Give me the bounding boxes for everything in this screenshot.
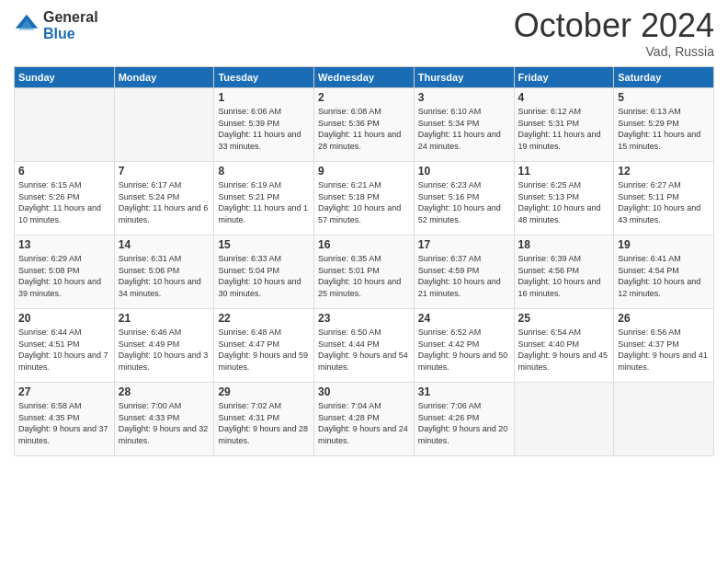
day-number: 16 [318, 238, 410, 251]
calendar-cell: 5Sunrise: 6:13 AM Sunset: 5:29 PM Daylig… [614, 88, 714, 162]
calendar-page: General Blue October 2024 Vad, Russia Su… [0, 0, 728, 563]
day-number: 29 [218, 385, 310, 398]
calendar-cell: 9Sunrise: 6:21 AM Sunset: 5:18 PM Daylig… [314, 162, 415, 236]
location: Vad, Russia [514, 44, 714, 59]
day-info: Sunrise: 6:25 AM Sunset: 5:13 PM Dayligh… [518, 179, 610, 225]
day-info: Sunrise: 6:31 AM Sunset: 5:06 PM Dayligh… [119, 253, 210, 299]
day-number: 3 [418, 91, 510, 104]
day-info: Sunrise: 6:58 AM Sunset: 4:35 PM Dayligh… [18, 400, 110, 446]
day-number: 22 [218, 312, 310, 325]
calendar-cell: 28Sunrise: 7:00 AM Sunset: 4:33 PM Dayli… [114, 383, 214, 456]
calendar-cell: 4Sunrise: 6:12 AM Sunset: 5:31 PM Daylig… [514, 88, 614, 162]
day-number: 9 [318, 165, 410, 178]
day-number: 24 [418, 312, 510, 325]
day-number: 6 [18, 165, 110, 178]
calendar-cell [114, 88, 214, 162]
col-saturday: Saturday [614, 67, 714, 88]
day-info: Sunrise: 6:23 AM Sunset: 5:16 PM Dayligh… [418, 179, 510, 225]
day-number: 5 [618, 91, 710, 104]
day-number: 10 [418, 165, 510, 178]
day-number: 19 [618, 238, 710, 251]
calendar-cell: 27Sunrise: 6:58 AM Sunset: 4:35 PM Dayli… [15, 383, 115, 456]
calendar-cell: 1Sunrise: 6:06 AM Sunset: 5:39 PM Daylig… [214, 88, 314, 162]
day-number: 17 [418, 238, 510, 251]
calendar-cell: 16Sunrise: 6:35 AM Sunset: 5:01 PM Dayli… [314, 236, 415, 309]
day-info: Sunrise: 6:39 AM Sunset: 4:56 PM Dayligh… [518, 253, 610, 299]
col-friday: Friday [514, 67, 614, 88]
calendar-cell: 30Sunrise: 7:04 AM Sunset: 4:28 PM Dayli… [314, 383, 415, 456]
calendar-week-5: 27Sunrise: 6:58 AM Sunset: 4:35 PM Dayli… [15, 383, 714, 456]
col-wednesday: Wednesday [314, 67, 415, 88]
calendar-cell: 21Sunrise: 6:46 AM Sunset: 4:49 PM Dayli… [114, 309, 214, 383]
calendar-cell: 14Sunrise: 6:31 AM Sunset: 5:06 PM Dayli… [114, 236, 214, 309]
calendar-cell: 24Sunrise: 6:52 AM Sunset: 4:42 PM Dayli… [414, 309, 514, 383]
logo: General Blue [14, 9, 98, 41]
day-info: Sunrise: 6:13 AM Sunset: 5:29 PM Dayligh… [618, 106, 710, 152]
calendar-week-3: 13Sunrise: 6:29 AM Sunset: 5:08 PM Dayli… [15, 236, 714, 309]
logo-blue-text: Blue [43, 26, 98, 42]
day-info: Sunrise: 6:44 AM Sunset: 4:51 PM Dayligh… [18, 327, 110, 373]
calendar-cell: 29Sunrise: 7:02 AM Sunset: 4:31 PM Dayli… [214, 383, 314, 456]
day-number: 18 [518, 238, 610, 251]
calendar-week-4: 20Sunrise: 6:44 AM Sunset: 4:51 PM Dayli… [15, 309, 714, 383]
logo-text: General Blue [43, 9, 98, 41]
col-monday: Monday [114, 67, 214, 88]
calendar-cell: 31Sunrise: 7:06 AM Sunset: 4:26 PM Dayli… [414, 383, 514, 456]
day-number: 21 [119, 312, 210, 325]
day-info: Sunrise: 6:41 AM Sunset: 4:54 PM Dayligh… [618, 253, 710, 299]
calendar-cell: 25Sunrise: 6:54 AM Sunset: 4:40 PM Dayli… [514, 309, 614, 383]
calendar-cell: 7Sunrise: 6:17 AM Sunset: 5:24 PM Daylig… [114, 162, 214, 236]
day-number: 30 [318, 385, 410, 398]
day-number: 28 [119, 385, 210, 398]
day-info: Sunrise: 6:52 AM Sunset: 4:42 PM Dayligh… [418, 327, 510, 373]
day-number: 7 [119, 165, 210, 178]
calendar-cell: 22Sunrise: 6:48 AM Sunset: 4:47 PM Dayli… [214, 309, 314, 383]
col-tuesday: Tuesday [214, 67, 314, 88]
calendar-cell: 17Sunrise: 6:37 AM Sunset: 4:59 PM Dayli… [414, 236, 514, 309]
day-info: Sunrise: 6:06 AM Sunset: 5:39 PM Dayligh… [218, 106, 310, 152]
day-number: 8 [218, 165, 310, 178]
calendar-cell: 13Sunrise: 6:29 AM Sunset: 5:08 PM Dayli… [15, 236, 115, 309]
calendar-cell: 6Sunrise: 6:15 AM Sunset: 5:26 PM Daylig… [15, 162, 115, 236]
day-number: 1 [218, 91, 310, 104]
calendar-cell: 26Sunrise: 6:56 AM Sunset: 4:37 PM Dayli… [614, 309, 714, 383]
day-info: Sunrise: 6:56 AM Sunset: 4:37 PM Dayligh… [618, 327, 710, 373]
calendar-table: Sunday Monday Tuesday Wednesday Thursday… [14, 66, 714, 456]
day-info: Sunrise: 6:48 AM Sunset: 4:47 PM Dayligh… [218, 327, 310, 373]
header: General Blue October 2024 Vad, Russia [14, 9, 714, 59]
day-number: 15 [218, 238, 310, 251]
header-row: Sunday Monday Tuesday Wednesday Thursday… [15, 67, 714, 88]
calendar-week-2: 6Sunrise: 6:15 AM Sunset: 5:26 PM Daylig… [15, 162, 714, 236]
calendar-cell [614, 383, 714, 456]
day-number: 11 [518, 165, 610, 178]
day-info: Sunrise: 6:54 AM Sunset: 4:40 PM Dayligh… [518, 327, 610, 373]
day-number: 13 [18, 238, 110, 251]
col-sunday: Sunday [15, 67, 115, 88]
day-number: 4 [518, 91, 610, 104]
calendar-cell: 12Sunrise: 6:27 AM Sunset: 5:11 PM Dayli… [614, 162, 714, 236]
calendar-cell [514, 383, 614, 456]
logo-general-text: General [43, 9, 98, 26]
calendar-week-1: 1Sunrise: 6:06 AM Sunset: 5:39 PM Daylig… [15, 88, 714, 162]
month-title: October 2024 [514, 9, 714, 42]
day-info: Sunrise: 6:08 AM Sunset: 5:36 PM Dayligh… [318, 106, 410, 152]
day-info: Sunrise: 6:46 AM Sunset: 4:49 PM Dayligh… [119, 327, 210, 373]
calendar-cell: 10Sunrise: 6:23 AM Sunset: 5:16 PM Dayli… [414, 162, 514, 236]
day-info: Sunrise: 7:00 AM Sunset: 4:33 PM Dayligh… [119, 400, 210, 446]
day-info: Sunrise: 6:15 AM Sunset: 5:26 PM Dayligh… [18, 179, 110, 225]
calendar-cell [15, 88, 115, 162]
day-number: 12 [618, 165, 710, 178]
calendar-cell: 3Sunrise: 6:10 AM Sunset: 5:34 PM Daylig… [414, 88, 514, 162]
calendar-cell: 11Sunrise: 6:25 AM Sunset: 5:13 PM Dayli… [514, 162, 614, 236]
day-number: 25 [518, 312, 610, 325]
day-number: 27 [18, 385, 110, 398]
calendar-cell: 2Sunrise: 6:08 AM Sunset: 5:36 PM Daylig… [314, 88, 415, 162]
day-info: Sunrise: 6:33 AM Sunset: 5:04 PM Dayligh… [218, 253, 310, 299]
day-info: Sunrise: 6:37 AM Sunset: 4:59 PM Dayligh… [418, 253, 510, 299]
col-thursday: Thursday [414, 67, 514, 88]
day-info: Sunrise: 6:50 AM Sunset: 4:44 PM Dayligh… [318, 327, 410, 373]
day-info: Sunrise: 6:10 AM Sunset: 5:34 PM Dayligh… [418, 106, 510, 152]
calendar-cell: 18Sunrise: 6:39 AM Sunset: 4:56 PM Dayli… [514, 236, 614, 309]
calendar-cell: 19Sunrise: 6:41 AM Sunset: 4:54 PM Dayli… [614, 236, 714, 309]
day-number: 23 [318, 312, 410, 325]
